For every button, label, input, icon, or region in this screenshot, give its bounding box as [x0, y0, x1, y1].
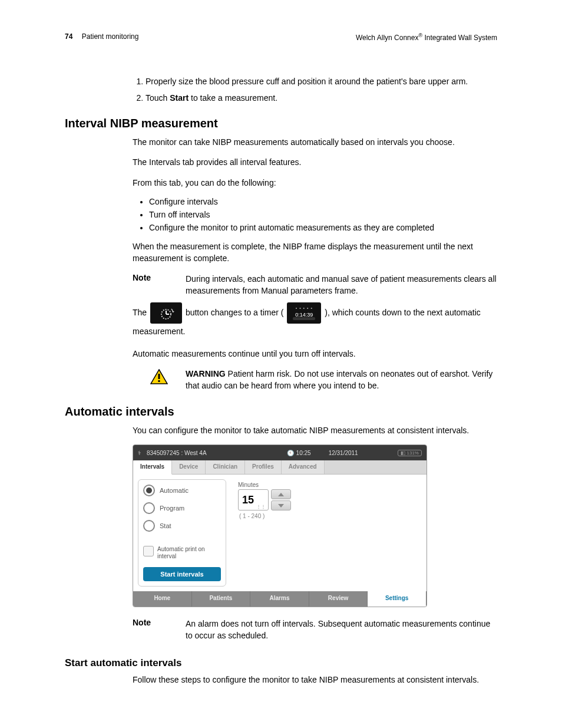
nav-alarms[interactable]: Alarms [250, 591, 309, 607]
radio-icon [143, 520, 155, 532]
minutes-increment-button[interactable] [271, 489, 291, 499]
heading-start-auto-intervals: Start automatic intervals [65, 657, 497, 669]
minutes-range: ( 1 - 240 ) [239, 513, 422, 519]
radio-stat[interactable]: Stat [143, 520, 221, 532]
page-number: 74 [65, 32, 72, 41]
warning-row: WARNING Patient harm risk. Do not use in… [133, 368, 497, 392]
minutes-label: Minutes [238, 482, 422, 488]
interval-bullets: Configure intervals Turn off intervals C… [133, 197, 497, 232]
header-right: Welch Allyn Connex® Integrated Wall Syst… [356, 32, 497, 42]
checkbox-icon [143, 546, 154, 556]
running-header: 74 Patient monitoring Welch Allyn Connex… [65, 32, 497, 42]
header-left: 74 Patient monitoring [65, 32, 138, 42]
tab-intervals[interactable]: Intervals [133, 460, 172, 475]
monitor-status-bar: ⚕ 8345097245 : West 4A 🕙 10:25 12/31/201… [133, 445, 427, 460]
inline-button-sentence: The button changes to a timer ( • • • • … [133, 302, 497, 340]
battery-icon: ▮▯ [401, 450, 405, 456]
chevron-down-icon [278, 504, 284, 508]
clock-icon: 🕙 [287, 450, 294, 456]
intervals-clock-icon [150, 302, 182, 324]
interval-p2: The Intervals tab provides all interval … [133, 156, 497, 168]
nav-patients[interactable]: Patients [192, 591, 251, 607]
interval-p5: Automatic measurements continue until yo… [133, 348, 497, 360]
start-p1: Follow these steps to configure the moni… [133, 674, 497, 686]
svg-marker-3 [172, 311, 174, 312]
heading-interval-nibp: Interval NIBP measurement [65, 117, 497, 130]
tab-clinician[interactable]: Clinician [206, 460, 245, 474]
monitor-bottom-nav: Home Patients Alarms Review Settings [133, 591, 427, 607]
interval-p3: From this tab, you can do the following: [133, 177, 497, 189]
tab-device[interactable]: Device [172, 460, 206, 474]
svg-rect-6 [158, 380, 160, 382]
radio-icon [143, 485, 155, 496]
caduceus-icon: ⚕ [138, 450, 141, 456]
grip-icon: ⋮⋮ [256, 506, 266, 509]
patient-id: 8345097245 : West 4A [147, 450, 247, 456]
note-intervals: Note During intervals, each automatic an… [133, 273, 497, 297]
auto-p1: You can configure the monitor to take au… [133, 424, 497, 436]
step-2: Touch Start to take a measurement. [146, 93, 497, 104]
minutes-decrement-button[interactable] [271, 500, 291, 510]
nav-review[interactable]: Review [309, 591, 368, 607]
intervals-side-panel: Automatic Program Stat Automatic print o… [138, 479, 226, 587]
heading-automatic-intervals: Automatic intervals [65, 405, 497, 419]
section-title: Patient monitoring [82, 32, 139, 41]
document-page: 74 Patient monitoring Welch Allyn Connex… [0, 0, 562, 728]
tab-profiles[interactable]: Profiles [245, 460, 282, 474]
radio-program[interactable]: Program [143, 502, 221, 514]
nav-settings[interactable]: Settings [368, 591, 427, 607]
date-display: 12/31/2011 [329, 450, 358, 456]
svg-marker-8 [278, 504, 284, 508]
procedure-steps: Properly size the blood pressure cuff an… [133, 76, 497, 104]
chevron-up-icon [278, 493, 284, 496]
interval-p1: The monitor can take NIBP measurements a… [133, 136, 497, 148]
interval-p4: When the measurement is complete, the NI… [133, 241, 497, 265]
clock-display: 🕙 10:25 [287, 450, 311, 456]
tab-advanced[interactable]: Advanced [282, 460, 325, 474]
step-1: Properly size the blood pressure cuff an… [146, 76, 497, 88]
settings-tabs: Intervals Device Clinician Profiles Adva… [133, 460, 427, 475]
svg-rect-5 [158, 374, 160, 379]
radio-automatic[interactable]: Automatic [143, 485, 221, 496]
minutes-value-field[interactable]: 15 ⋮⋮ [238, 489, 269, 510]
battery-indicator: ▮▯ 131% [398, 450, 422, 456]
checkbox-autoprint[interactable]: Automatic print on interval [143, 546, 221, 560]
svg-marker-7 [278, 493, 284, 496]
nav-home[interactable]: Home [133, 591, 192, 607]
note-alarm: Note An alarm does not turn off interval… [133, 618, 497, 642]
start-intervals-button[interactable]: Start intervals [143, 567, 221, 581]
warning-triangle-icon [133, 368, 186, 392]
radio-icon [143, 502, 155, 514]
countdown-timer-icon: • • • • • 0:14:39 [287, 302, 321, 324]
monitor-screenshot: ⚕ 8345097245 : West 4A 🕙 10:25 12/31/201… [133, 444, 427, 607]
warning-text: WARNING Patient harm risk. Do not use in… [186, 368, 497, 392]
minutes-panel: Minutes 15 ⋮⋮ [232, 479, 422, 587]
